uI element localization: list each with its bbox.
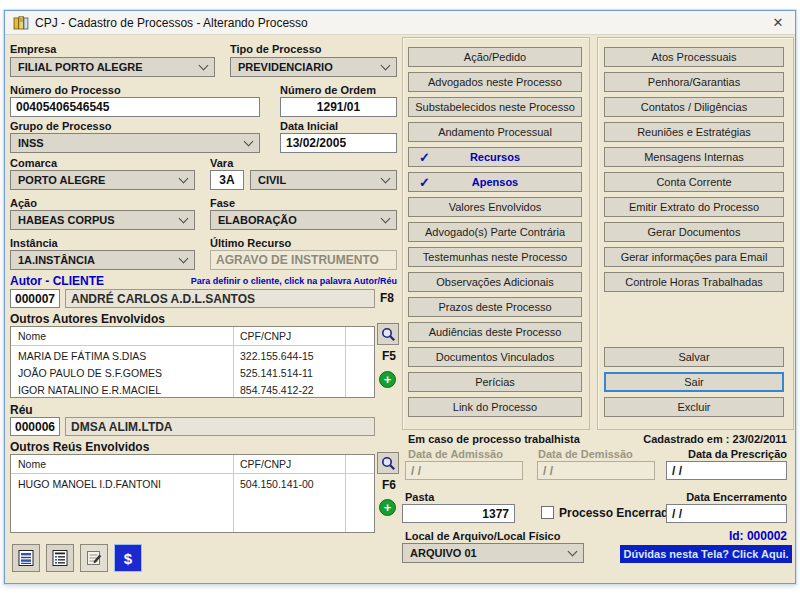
table-row[interactable]: JOÃO PAULO DE S.F.GOMES 525.141.514-11 <box>11 364 374 382</box>
chevron-down-icon <box>179 214 189 224</box>
empresa-select[interactable]: FILIAL PORTO ALEGRE <box>10 57 215 77</box>
autor-code-input[interactable]: 000007 <box>10 289 60 308</box>
search-reus-button[interactable] <box>377 452 399 474</box>
emitir-extrato-button[interactable]: Emitir Extrato do Processo <box>604 197 784 217</box>
app-icon <box>13 15 29 31</box>
vara-numero-input[interactable]: 3A <box>210 170 244 190</box>
local-arquivo-select[interactable]: ARQUIVO 01 <box>402 543 584 563</box>
outros-reus-label: Outros Reús Envolvidos <box>10 440 149 454</box>
table-row[interactable]: MARIA DE FÁTIMA S.DIAS 322.155.644-15 <box>11 347 374 365</box>
list-report-button[interactable] <box>46 544 74 572</box>
window-title: CPJ - Cadastro de Processos - Alterando … <box>35 16 308 30</box>
report-card-button[interactable] <box>12 544 40 572</box>
reu-code-input[interactable]: 000006 <box>10 417 60 436</box>
grupo-select[interactable]: INSS <box>10 133 260 153</box>
chevron-down-icon <box>179 254 189 264</box>
penhora-garantias-button[interactable]: Penhora/Garantias <box>604 72 784 92</box>
pasta-input[interactable]: 1377 <box>402 504 515 523</box>
cadastrado-em-label: Cadastrado em : 23/02/2011 <box>565 433 787 445</box>
gerar-documentos-button[interactable]: Gerar Documentos <box>604 222 784 242</box>
valores-button[interactable]: Valores Envolvidos <box>408 197 582 217</box>
chevron-down-icon <box>381 61 391 71</box>
acao-pedido-button[interactable]: Ação/Pedido <box>408 47 582 67</box>
numero-processo-input[interactable]: 00405406546545 <box>10 97 260 117</box>
desktop: CPJ - Cadastro de Processos - Alterando … <box>0 0 800 600</box>
autor-hint: Para definir o cliente, click na palavra… <box>191 276 397 286</box>
controle-horas-button[interactable]: Controle Horas Trabalhadas <box>604 272 784 292</box>
ultimo-recurso-label: Último Recurso <box>210 237 291 249</box>
acao-select[interactable]: HABEAS CORPUS <box>10 210 195 230</box>
vara-select[interactable]: CIVIL <box>250 170 397 190</box>
substabelecidos-button[interactable]: Substabelecidos neste Processo <box>408 97 582 117</box>
processo-encerrado-label: Processo Encerrado <box>559 506 676 520</box>
empresa-label: Empresa <box>10 43 56 55</box>
numero-ordem-input[interactable]: 1291/01 <box>280 97 397 117</box>
acao-label: Ação <box>10 197 37 209</box>
edit-form-button[interactable] <box>80 544 108 572</box>
pericias-button[interactable]: Perícias <box>408 372 582 392</box>
tipo-select[interactable]: PREVIDENCIARIO <box>230 57 397 77</box>
help-banner[interactable]: Dúvidas nesta Tela? Click Aqui. <box>620 545 792 563</box>
reunioes-estrategias-button[interactable]: Reuniões e Estratégias <box>604 122 784 142</box>
numero-processo-label: Número do Processo <box>10 84 121 96</box>
documentos-vinculados-button[interactable]: Documentos Vinculados <box>408 347 582 367</box>
autor-cliente-link[interactable]: Autor - CLIENTE <box>10 274 104 288</box>
report-card-icon <box>17 549 35 567</box>
ultimo-recurso-field: AGRAVO DE INSTRUMENTO <box>210 250 397 270</box>
observacoes-button[interactable]: Observações Adicionais <box>408 272 582 292</box>
salvar-button[interactable]: Salvar <box>604 347 784 367</box>
sair-button[interactable]: Sair <box>604 372 784 392</box>
chevron-down-icon <box>381 214 391 224</box>
comarca-select[interactable]: PORTO ALEGRE <box>10 170 195 190</box>
table-row[interactable]: HUGO MANOEL I.D.FANTONI 504.150.141-00 <box>11 475 374 493</box>
search-icon <box>381 327 396 342</box>
form-area: Empresa FILIAL PORTO ALEGRE Tipo de Proc… <box>5 35 795 583</box>
testemunhas-button[interactable]: Testemunhas neste Processo <box>408 247 582 267</box>
gerar-informacoes-email-button[interactable]: Gerar informações para Email <box>604 247 784 267</box>
data-encerramento-input[interactable]: / / <box>666 504 787 523</box>
fase-select[interactable]: ELABORAÇÃO <box>210 210 397 230</box>
add-autor-button[interactable]: + <box>379 371 396 388</box>
audiencias-button[interactable]: Audiências deste Processo <box>408 322 582 342</box>
table-header: Nome CPF/CNPJ <box>11 327 374 345</box>
data-prescricao-input[interactable]: / / <box>666 461 787 480</box>
search-autores-button[interactable] <box>377 323 399 345</box>
chevron-down-icon <box>179 174 189 184</box>
app-window: CPJ - Cadastro de Processos - Alterando … <box>4 10 796 584</box>
mensagens-internas-button[interactable]: Mensagens Internas <box>604 147 784 167</box>
processo-encerrado-checkbox[interactable] <box>541 506 554 519</box>
chevron-down-icon <box>244 137 254 147</box>
close-icon[interactable]: ✕ <box>761 11 795 34</box>
autor-name-field: ANDRÉ CARLOS A.D.L.SANTOS <box>65 289 375 308</box>
advogados-button[interactable]: Advogados neste Processo <box>408 72 582 92</box>
list-report-icon <box>51 549 69 567</box>
title-bar: CPJ - Cadastro de Processos - Alterando … <box>5 11 795 35</box>
financial-button[interactable]: $ <box>114 544 142 572</box>
comarca-label: Comarca <box>10 157 57 169</box>
excluir-button[interactable]: Excluir <box>604 397 784 417</box>
instancia-select[interactable]: 1A.INSTÂNCIA <box>10 250 195 270</box>
data-demissao-input: / / <box>537 461 655 480</box>
reu-link[interactable]: Réu <box>10 403 33 417</box>
autores-table-fkey: F5 <box>382 349 396 363</box>
reus-table-fkey: F6 <box>382 478 396 492</box>
record-id-label: Id: 000002 <box>605 529 787 543</box>
chevron-down-icon <box>568 547 578 557</box>
outros-autores-table[interactable]: Nome CPF/CNPJ MARIA DE FÁTIMA S.DIAS 322… <box>10 326 375 398</box>
grupo-label: Grupo de Processo <box>10 120 111 132</box>
data-admissao-input: / / <box>405 461 523 480</box>
link-processo-button[interactable]: Link do Processo <box>408 397 582 417</box>
advogado-parte-contraria-button[interactable]: Advogado(s) Parte Contrária <box>408 222 582 242</box>
pasta-label: Pasta <box>405 491 434 503</box>
andamento-button[interactable]: Andamento Processual <box>408 122 582 142</box>
contatos-diligencias-button[interactable]: Contatos / Diligências <box>604 97 784 117</box>
conta-corrente-button[interactable]: Conta Corrente <box>604 172 784 192</box>
data-inicial-input[interactable]: 13/02/2005 <box>280 133 397 153</box>
add-reu-button[interactable]: + <box>379 499 396 516</box>
recursos-button[interactable]: ✓ Recursos <box>408 147 582 167</box>
atos-processuais-button[interactable]: Atos Processuais <box>604 47 784 67</box>
outros-reus-table[interactable]: Nome CPF/CNPJ HUGO MANOEL I.D.FANTONI 50… <box>10 454 375 533</box>
prazos-button[interactable]: Prazos deste Processo <box>408 297 582 317</box>
table-row[interactable]: IGOR NATALINO E.R.MACIEL 854.745.412-22 <box>11 381 374 398</box>
apensos-button[interactable]: ✓ Apensos <box>408 172 582 192</box>
